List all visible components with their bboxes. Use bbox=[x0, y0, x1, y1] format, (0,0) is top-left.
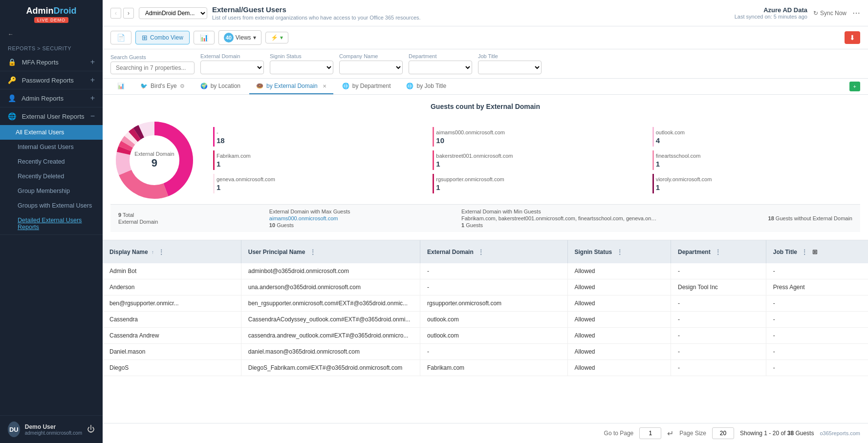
legend-item-7: geneva.onmicrosoft.com 1 bbox=[213, 174, 421, 193]
company-name-group: Company Name bbox=[339, 53, 403, 74]
external-collapse-btn[interactable]: − bbox=[90, 112, 95, 121]
external-domain-select[interactable] bbox=[200, 61, 264, 74]
go-to-page-label: Go to Page bbox=[604, 430, 634, 437]
sidebar-section-password: 🔑 Password Reports + bbox=[0, 71, 103, 89]
legend-item-8: rgsupporter.onmicrosoft.com 1 bbox=[433, 174, 640, 193]
cell-external-domain: Fabrikam.com bbox=[420, 360, 567, 376]
col-menu-signin[interactable]: ⋮ bbox=[617, 249, 623, 255]
sidebar-item-all-external[interactable]: All External Users bbox=[0, 125, 103, 140]
col-menu-jobtitle[interactable]: ⋮ bbox=[802, 249, 807, 255]
cell-display-name: Anderson bbox=[103, 279, 241, 295]
search-input[interactable] bbox=[110, 62, 195, 74]
filter-icon: ⚡ bbox=[271, 34, 278, 41]
col-menu-display-name[interactable]: ⋮ bbox=[158, 249, 164, 255]
sidebar-item-password[interactable]: 🔑 Password Reports + bbox=[0, 71, 103, 89]
user-name: Demo User bbox=[25, 423, 82, 430]
col-department[interactable]: Department ⋮ bbox=[671, 240, 766, 263]
toolbar: 📄 ⊞ Combo View 📊 40 Views ▾ ⚡ ▾ ⬇ bbox=[103, 26, 868, 49]
tab-by-job-title[interactable]: 🌐 by Job Title bbox=[399, 79, 453, 94]
location-icon: 🌍 bbox=[200, 83, 208, 89]
department-label: Department bbox=[409, 53, 472, 59]
sidebar-item-external-header[interactable]: 🌐 External User Reports − bbox=[0, 107, 103, 125]
combo-view-button[interactable]: ⊞ Combo View bbox=[135, 31, 190, 44]
add-chart-btn[interactable]: + bbox=[849, 82, 860, 91]
nav-forward-arrow[interactable]: › bbox=[123, 8, 134, 19]
page-size-input[interactable] bbox=[712, 427, 734, 439]
birdseye-settings-icon[interactable]: ⚙ bbox=[180, 83, 185, 89]
cell-upn: cassendra.andrew_outlook.com#EXT#@o365dr… bbox=[241, 328, 420, 344]
user-profile-area: DU Demo User admeight.onmicrosoft.com ⏻ bbox=[0, 415, 103, 443]
filter-button[interactable]: ⚡ ▾ bbox=[265, 32, 288, 43]
table-row: Anderson una.anderson@o365droid.onmicros… bbox=[103, 279, 868, 295]
data-table-container: Display Name ↑ ⋮ User Principal Name ⋮ E… bbox=[103, 240, 868, 423]
sidebar-item-admin[interactable]: 👤 Admin Reports + bbox=[0, 89, 103, 107]
signin-status-select[interactable] bbox=[270, 61, 333, 74]
table-row: ben@rgsupporter.onmicr... ben_rgsupporte… bbox=[103, 295, 868, 312]
cell-external-domain: - bbox=[420, 263, 567, 279]
doc-button[interactable]: 📄 bbox=[110, 31, 131, 44]
tab-close-icon[interactable]: ✕ bbox=[323, 84, 326, 89]
cell-display-name: Cassendra bbox=[103, 312, 241, 328]
sidebar-item-group-membership[interactable]: Group Membership bbox=[0, 184, 103, 198]
sidebar-item-recently-deleted[interactable]: Recently Deleted bbox=[0, 169, 103, 184]
col-upn[interactable]: User Principal Name ⋮ bbox=[241, 240, 420, 263]
views-button[interactable]: 40 Views ▾ bbox=[218, 30, 261, 45]
tab-by-department[interactable]: 🌐 by Department bbox=[335, 79, 398, 94]
admin-add-btn[interactable]: + bbox=[90, 94, 95, 103]
cell-external-domain: - bbox=[420, 344, 567, 360]
sidebar-item-detailed-reports[interactable]: Detailed External Users Reports bbox=[0, 213, 103, 234]
sync-now-button[interactable]: ↻ Sync Now bbox=[813, 10, 846, 17]
page-number-input[interactable] bbox=[639, 427, 661, 439]
footer-min: External Domain with Min Guests Fabrikam… bbox=[461, 209, 657, 228]
col-job-title[interactable]: Job Title ⋮ ⊞ bbox=[766, 240, 868, 263]
cell-signin-status: Allowed bbox=[567, 360, 671, 376]
power-icon[interactable]: ⏻ bbox=[87, 425, 95, 434]
more-options-button[interactable]: ⋯ bbox=[852, 8, 860, 18]
jobtitle-chart-icon: 🌐 bbox=[406, 83, 413, 89]
company-name-label: Company Name bbox=[339, 53, 403, 59]
azure-subtitle: Last synced on: 5 minutes ago bbox=[735, 14, 807, 20]
col-menu-ext-domain[interactable]: ⋮ bbox=[478, 249, 484, 255]
department-select[interactable] bbox=[409, 61, 472, 74]
sidebar-item-groups-external[interactable]: Groups with External Users bbox=[0, 198, 103, 213]
col-display-name[interactable]: Display Name ↑ ⋮ bbox=[103, 240, 241, 263]
cell-signin-status: Allowed bbox=[567, 312, 671, 328]
table-row: DiegoS DiegoS_Fabrikam.com#EXT#@o365droi… bbox=[103, 360, 868, 376]
cell-upn: una.anderson@o365droid.onmicrosoft.com bbox=[241, 279, 420, 295]
col-external-domain[interactable]: External Domain ⋮ bbox=[420, 240, 567, 263]
workspace-dropdown[interactable]: AdminDroid Dem... bbox=[139, 7, 207, 19]
azure-title: Azure AD Data bbox=[735, 6, 807, 14]
col-menu-upn[interactable]: ⋮ bbox=[310, 249, 316, 255]
footer-total: 9 Total External Domain bbox=[118, 212, 158, 225]
sidebar-item-internal-guest[interactable]: Internal Guest Users bbox=[0, 140, 103, 154]
legend-item-5: bakerstreet001.onmicrosoft.com 1 bbox=[433, 150, 640, 170]
sidebar-section-admin: 👤 Admin Reports + bbox=[0, 89, 103, 107]
export-button[interactable]: ⬇ bbox=[845, 31, 860, 44]
company-name-select[interactable] bbox=[339, 61, 403, 74]
chart-icon: 📊 bbox=[200, 34, 208, 42]
chart-button[interactable]: 📊 bbox=[194, 31, 215, 44]
mfa-add-btn[interactable]: + bbox=[90, 58, 95, 66]
nav-back-arrow[interactable]: ‹ bbox=[110, 8, 121, 19]
cell-job-title: - bbox=[766, 360, 868, 376]
tab-birdseye[interactable]: 🐦 Bird's Eye ⚙ bbox=[133, 79, 192, 94]
tab-by-location[interactable]: 🌍 by Location bbox=[194, 79, 247, 94]
column-settings-button[interactable]: ⊞ bbox=[809, 245, 821, 258]
table-body: Admin Bot adminbot@o365droid.onmicrosoft… bbox=[103, 263, 868, 376]
password-add-btn[interactable]: + bbox=[90, 76, 95, 84]
go-page-button[interactable]: ↵ bbox=[667, 429, 673, 438]
cell-job-title: - bbox=[766, 295, 868, 312]
cell-department: - bbox=[671, 312, 766, 328]
job-title-select[interactable] bbox=[478, 61, 542, 74]
col-signin-status[interactable]: Signin Status ⋮ bbox=[567, 240, 671, 263]
tab-bar-chart[interactable]: 📊 bbox=[110, 79, 131, 94]
sidebar-item-recently-created[interactable]: Recently Created bbox=[0, 154, 103, 169]
back-button[interactable]: ← bbox=[0, 26, 103, 42]
sidebar-item-mfa[interactable]: 🔒 MFA Reports + bbox=[0, 53, 103, 71]
tab-by-external-domain[interactable]: 🍩 by External Domain ✕ bbox=[249, 79, 333, 94]
cell-upn: adminbot@o365droid.onmicrosoft.com bbox=[241, 263, 420, 279]
sort-icon-display-name: ↑ bbox=[152, 250, 154, 255]
chart-area: Guests count by External Domain bbox=[103, 95, 868, 240]
filter-row: Search Guests External Domain Signin Sta… bbox=[103, 49, 868, 79]
col-menu-dept[interactable]: ⋮ bbox=[715, 249, 721, 255]
